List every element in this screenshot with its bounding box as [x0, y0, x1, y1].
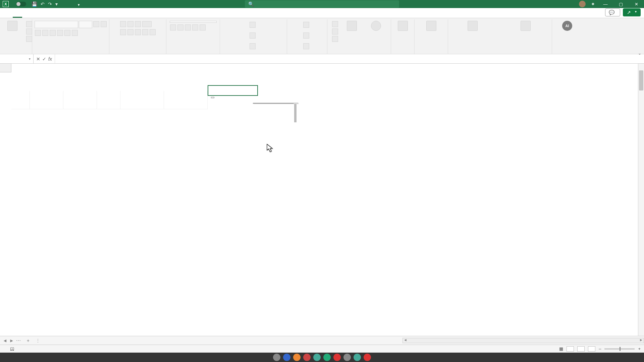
name-box[interactable]: ▾	[0, 54, 34, 63]
sheet-nav-next[interactable]: ►	[9, 338, 14, 343]
accessibility-status[interactable]: 🕮	[10, 346, 14, 351]
tab-entwicklertools[interactable]	[78, 14, 88, 18]
tab-ansicht[interactable]	[69, 14, 78, 18]
cut-icon[interactable]	[26, 21, 32, 27]
insert-cells[interactable]	[303, 21, 312, 29]
comments-button[interactable]: 💬	[605, 8, 620, 16]
view-normal-icon[interactable]	[567, 346, 574, 352]
fill-color-icon[interactable]	[64, 30, 70, 36]
search-box[interactable]: 🔍	[245, 0, 399, 8]
sort-filter[interactable]	[341, 21, 363, 32]
chatgpt-button[interactable]: AI	[556, 21, 578, 32]
maximize-button[interactable]: ▢	[616, 2, 626, 7]
taskbar[interactable]	[0, 353, 644, 362]
autosave-toggle[interactable]	[16, 2, 26, 6]
sheet-tabs: ◄►⋯ + ⋮	[0, 336, 644, 345]
view-pagebreak-icon[interactable]	[588, 346, 595, 352]
save-icon[interactable]: 💾	[32, 1, 37, 7]
share-icon: ↗	[627, 10, 631, 15]
autocomplete-list[interactable]	[253, 103, 298, 104]
add-sheet-button[interactable]: +	[23, 338, 33, 343]
format-painter-icon[interactable]	[26, 36, 32, 42]
sheet-nav-prev[interactable]: ◄	[3, 338, 7, 343]
tab-datei[interactable]	[3, 14, 13, 18]
tab-acrobat[interactable]	[97, 14, 107, 18]
zoom-in-icon[interactable]: +	[638, 346, 641, 351]
border-icon[interactable]	[57, 30, 63, 36]
chatgpt-icon: AI	[562, 21, 572, 31]
status-bar: 🕮 ▦ – +	[0, 345, 644, 353]
format-cells[interactable]	[303, 42, 312, 50]
tab-start[interactable]	[13, 14, 22, 18]
autocomplete-scrollbar[interactable]	[293, 103, 298, 104]
ribbon-tabs: 💬 ↗▾	[0, 8, 644, 18]
spreadsheet-grid[interactable]	[0, 64, 644, 336]
qat-dropdown-icon[interactable]: ▾	[55, 1, 58, 7]
font-size[interactable]	[79, 21, 92, 28]
share-button[interactable]: ↗▾	[623, 8, 641, 16]
addins-button[interactable]	[392, 21, 414, 32]
select-all-corner[interactable]	[0, 64, 11, 72]
redo-icon[interactable]: ↷	[48, 1, 52, 7]
underline-icon[interactable]	[50, 30, 56, 36]
function-hint	[211, 97, 214, 98]
ribbon-collapse-icon[interactable]: ⌄	[638, 51, 641, 56]
autosave[interactable]	[13, 2, 26, 6]
find-select[interactable]	[365, 21, 387, 32]
undo-icon[interactable]: ↶	[41, 1, 45, 7]
delete-cells[interactable]	[303, 32, 312, 40]
comment-icon: 💬	[609, 10, 614, 15]
cancel-icon[interactable]: ✕	[36, 56, 40, 62]
ribbon: AI	[0, 18, 644, 54]
search-icon: 🔍	[248, 1, 254, 7]
tab-formeln[interactable]	[41, 14, 50, 18]
increase-font-icon[interactable]	[93, 21, 99, 27]
excel-icon: X	[3, 1, 9, 7]
tab-ueberpruefen[interactable]	[60, 14, 69, 18]
tab-seitenlayout[interactable]	[32, 14, 41, 18]
tab-daten[interactable]	[50, 14, 60, 18]
sum-value	[164, 91, 208, 109]
title-bar: X 💾 ↶ ↷ ▾ ▾ 🔍 ✦ — ▢ ✕	[0, 0, 644, 8]
format-as-table[interactable]	[249, 32, 258, 40]
font-color-icon[interactable]	[72, 30, 78, 36]
font-name[interactable]	[35, 21, 78, 28]
close-button[interactable]: ✕	[631, 2, 641, 7]
zoom-out-icon[interactable]: –	[599, 346, 601, 351]
conditional-formatting[interactable]	[249, 21, 258, 29]
acrobat-pdf-outlook[interactable]	[500, 21, 552, 32]
table-header-row	[11, 128, 644, 137]
view-layout-icon[interactable]	[577, 346, 585, 352]
data-analysis[interactable]	[416, 21, 446, 32]
decrease-font-icon[interactable]	[101, 21, 107, 27]
paste-icon[interactable]	[7, 21, 17, 31]
sync-icon[interactable]: ✦	[591, 1, 595, 7]
minimize-button[interactable]: —	[600, 2, 610, 7]
number-format[interactable]	[170, 21, 217, 23]
bold-icon[interactable]	[35, 30, 41, 36]
cell-styles[interactable]	[249, 42, 258, 50]
formula-bar: ▾ ✕ ✓ fx	[0, 54, 644, 64]
italic-icon[interactable]	[42, 30, 48, 36]
avatar[interactable]	[579, 1, 586, 7]
sheet-nav-menu[interactable]: ⋯	[16, 338, 21, 343]
sum-label	[120, 91, 164, 109]
tab-einfuegen[interactable]	[22, 14, 32, 18]
enter-icon[interactable]: ✓	[42, 56, 46, 62]
acrobat-pdf-link[interactable]	[448, 21, 497, 32]
active-cell-edit[interactable]	[208, 85, 258, 96]
display-settings[interactable]: ▦	[559, 346, 563, 351]
tab-hilfe[interactable]	[88, 14, 97, 18]
quick-access-toolbar: 💾 ↶ ↷ ▾	[32, 1, 58, 7]
horizontal-scrollbar[interactable]	[402, 338, 644, 343]
autosum-icon[interactable]	[332, 21, 338, 27]
document-name[interactable]: ▾	[78, 1, 80, 7]
vertical-scrollbar[interactable]	[638, 64, 644, 336]
copy-icon[interactable]	[26, 28, 32, 35]
fx-icon[interactable]: fx	[48, 56, 52, 62]
